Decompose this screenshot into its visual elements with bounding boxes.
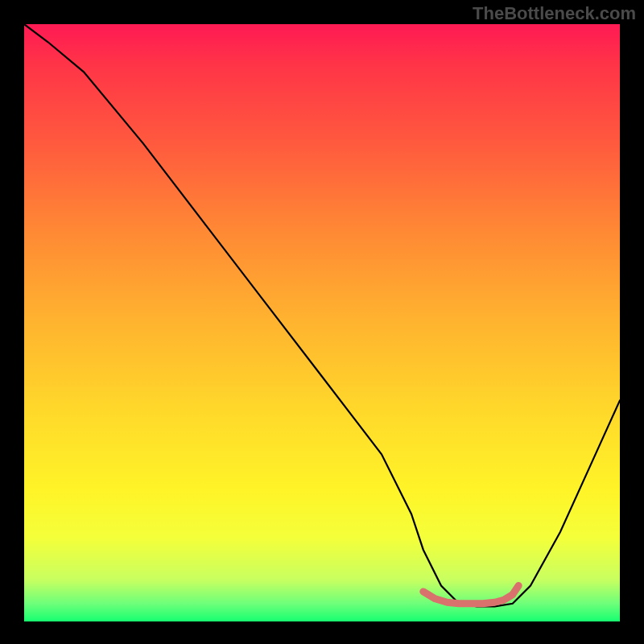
plot-area [24,24,620,621]
chart-container: TheBottleneck.com [0,0,644,644]
watermark-text: TheBottleneck.com [473,3,636,24]
chart-svg [24,24,620,621]
bottleneck-curve-line [24,24,620,606]
optimal-zone-line [423,585,518,603]
